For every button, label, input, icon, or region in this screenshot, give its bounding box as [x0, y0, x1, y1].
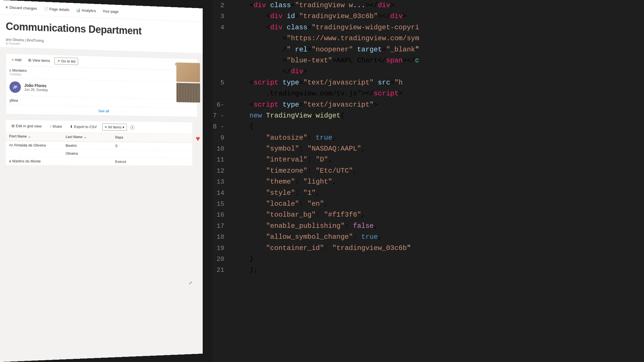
all-items-dropdown[interactable]: ≡ All Items ▾	[102, 124, 127, 131]
code-line-25: 21 );	[213, 265, 644, 276]
line-content-23: "container_id": "tradingview_03c6b"	[230, 243, 644, 254]
share-button[interactable]: ↑ Share	[47, 123, 64, 130]
code-line-15: 11 "interval": "D",	[213, 154, 644, 165]
go-to-list-button[interactable]: ↗ Go to list	[55, 57, 78, 65]
code-editor: 2 <div class="tradingView w...></div> 3 …	[213, 0, 644, 362]
cell-last-2: Oliveira	[66, 151, 115, 156]
line-content-4: ="https://www.tradingview.com/sym	[230, 33, 644, 44]
line-content-8: <script type="text/javascript" src="h	[230, 77, 644, 88]
cell-first-1: nz Almeida de Oliveira	[9, 143, 66, 147]
code-line-10: 6- <script type="text/javascript">	[213, 99, 644, 110]
line-number-2: 3	[213, 11, 230, 22]
code-line-5: /" rel="noopener" target="_blank"	[213, 44, 644, 55]
your-page-label: Your page	[102, 9, 118, 14]
cell-dept-2	[115, 154, 164, 154]
code-line-24: 20 }	[213, 254, 644, 265]
code-line-6: ="blue-text">AAPL Chart</span></c	[213, 55, 644, 66]
line-number-8: 5	[213, 78, 230, 88]
share-label: Share	[52, 124, 62, 128]
line-content-10: <script type="text/javascript">	[230, 99, 644, 110]
col-dept-header: Depa	[115, 135, 164, 140]
thumbnail-1	[176, 62, 200, 82]
list-section-toolbar: ⊞ Edit in grid view ↑ Share ⬇ Export to …	[6, 120, 192, 134]
code-line-14: 10 "symbol": "NASDAQ:AAPL",	[213, 143, 644, 154]
line-content-6: ="blue-text">AAPL Chart</span></c	[230, 55, 644, 66]
code-line-7: </div>	[213, 66, 644, 77]
edit-grid-button[interactable]: ⊞ Edit in grid view	[9, 122, 44, 129]
export-icon: ⬇	[70, 124, 73, 129]
code-line-12: 8 - {	[213, 121, 644, 132]
line-number-10: 6-	[213, 100, 230, 110]
line-number-19: 15	[213, 199, 230, 209]
line-content-3: <div class="tradingview-widget-copyri	[230, 22, 644, 33]
line-number-1: 2	[213, 1, 230, 11]
thumbnail-area	[176, 62, 202, 103]
view-items-label: View items	[32, 58, 50, 63]
line-number-20: 16	[213, 210, 230, 220]
go-to-list-label: Go to list	[61, 59, 76, 63]
code-line-4: ="https://www.tradingview.com/sym	[213, 33, 644, 44]
your-page-button[interactable]: Your page	[100, 8, 121, 15]
line-number-23: 19	[213, 243, 230, 253]
table-row: e Martins do Monte Execut	[6, 157, 192, 166]
heart-icon[interactable]: ♥	[196, 134, 200, 143]
line-number-3: 4	[213, 23, 230, 33]
sort-icon[interactable]: ⌄	[28, 134, 31, 138]
add-button[interactable]: + Add	[9, 56, 24, 63]
code-line-21: 17 "enable_publishing": false,	[213, 221, 644, 232]
analytics-icon: 📊	[76, 8, 80, 12]
list-section: ⊞ Edit in grid view ↑ Share ⬇ Export to …	[6, 120, 192, 166]
line-content-9: .tradingview.com/tv.js"></script>	[230, 88, 644, 99]
thumbnail-2	[176, 83, 200, 103]
person-date: Jun 26, Sunday	[24, 88, 48, 92]
line-number-22: 18	[213, 232, 230, 242]
sort-icon-last[interactable]: ⌄	[84, 135, 87, 139]
line-content-2: <div id="tradingview_03c6b"></div>	[230, 11, 644, 22]
webpart-area: + Add ⊞ View items ↗ Go to list Qui + A	[0, 47, 203, 177]
table-row: Oliveira	[6, 149, 192, 158]
info-icon[interactable]: ℹ	[130, 125, 135, 130]
line-content-20: "toolbar_bg": "#f1f3f6",	[230, 209, 644, 220]
right-panel: 2 <div class="tradingView w...></div> 3 …	[213, 0, 644, 362]
code-line-11: 7 - new TradingView.widget(	[213, 110, 644, 121]
line-number-11: 7 -	[213, 111, 230, 121]
discard-label: Discard changes	[9, 5, 37, 11]
line-content-17: "theme": "light",	[230, 176, 644, 187]
view-items-button[interactable]: ⊞ View items	[26, 57, 52, 64]
line-content-7: </div>	[230, 66, 644, 77]
grid-icon: ⊞	[28, 58, 31, 62]
line-number-15: 11	[213, 155, 230, 165]
discard-changes-button[interactable]: ✕ Discard changes	[3, 4, 39, 12]
code-line-19: 15 "locale": "en",	[213, 199, 644, 209]
line-content-19: "locale": "en",	[230, 199, 644, 209]
line-number-21: 17	[213, 221, 230, 231]
person-details: João Flores Jun 26, Sunday	[24, 83, 48, 92]
cell-dept-3: Execut	[115, 159, 164, 164]
code-line-9: .tradingview.com/tv.js"></script>	[213, 88, 644, 99]
discard-icon: ✕	[5, 5, 8, 9]
page-details-label: Page details	[49, 7, 70, 12]
analytics-button[interactable]: 📊 Analytics	[74, 7, 98, 14]
analytics-label: Analytics	[82, 8, 96, 13]
page-details-icon: 📄	[44, 7, 48, 11]
filter-icon: ≡	[105, 125, 107, 129]
edit-grid-label: Edit in grid view	[16, 124, 42, 128]
export-csv-button[interactable]: ⬇ Export to CSV	[68, 123, 99, 130]
code-line-1: 2 <div class="tradingView w...></div>	[213, 0, 644, 11]
list-webpart: + Add ⊞ View items ↗ Go to list Qui + A	[6, 53, 198, 117]
line-number-12: 8 -	[213, 122, 230, 132]
expand-icon[interactable]: ⤢	[189, 280, 192, 285]
line-content-13: "autosize": true,	[230, 132, 644, 143]
person-name: João Flores	[24, 83, 48, 88]
line-content-21: "enable_publishing": false,	[230, 221, 644, 232]
cell-last-1: Beatriz	[66, 143, 115, 148]
cell-first-2	[9, 153, 66, 153]
code-line-3: 4 <div class="tradingview-widget-copyri	[213, 22, 644, 33]
edit-grid-icon: ⊞	[12, 124, 15, 128]
code-line-22: 18 "allow_symbol_change": true,	[213, 232, 644, 242]
code-line-20: 16 "toolbar_bg": "#f1f3f6",	[213, 209, 644, 220]
share-icon: ↑	[49, 124, 51, 128]
add-label: + Add	[12, 57, 21, 62]
page-details-button[interactable]: 📄 Page details	[41, 5, 72, 13]
avatar: JF	[9, 81, 21, 93]
